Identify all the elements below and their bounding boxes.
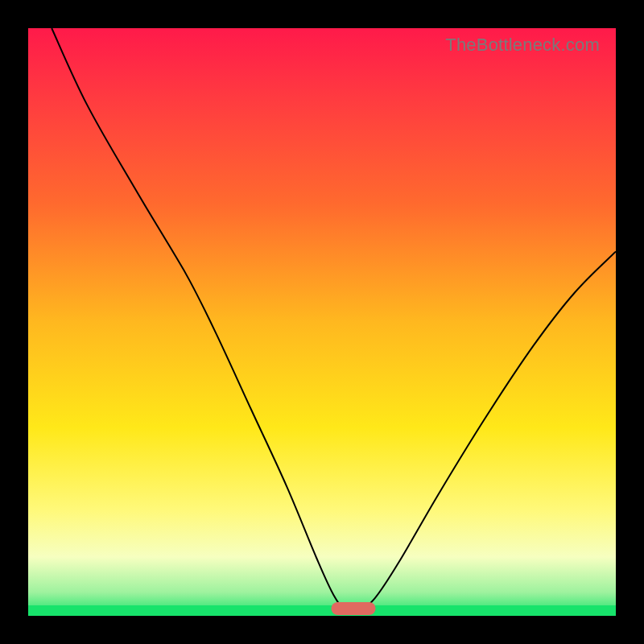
attribution-text: TheBottleneck.com: [445, 35, 600, 56]
bottleneck-curve: [28, 28, 616, 616]
plot-area: TheBottleneck.com: [28, 28, 616, 616]
curve-path: [52, 28, 616, 610]
optimal-point-marker: [331, 602, 375, 615]
chart-frame: TheBottleneck.com: [0, 0, 644, 644]
